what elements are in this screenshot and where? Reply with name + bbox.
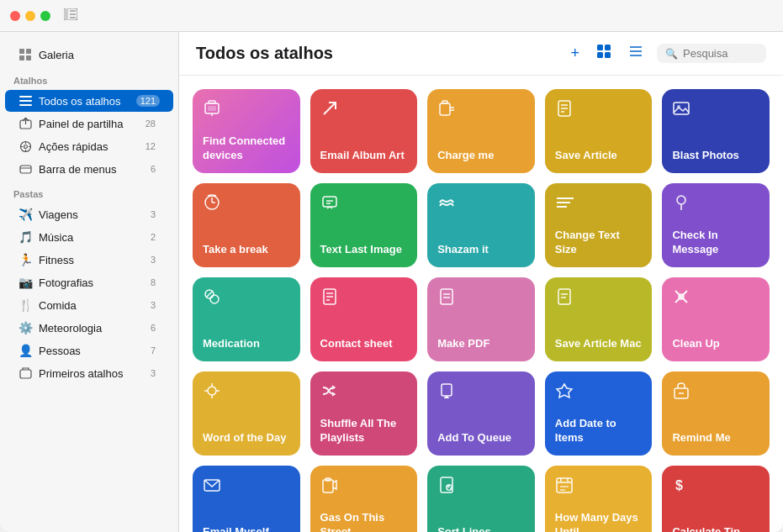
svg-rect-5 bbox=[19, 49, 24, 54]
email-art-label: Email Album Art bbox=[320, 149, 408, 163]
svg-rect-61 bbox=[441, 289, 452, 304]
maximize-button[interactable] bbox=[40, 11, 50, 21]
grid-view-button[interactable] bbox=[593, 40, 615, 66]
comida-label: Comida bbox=[39, 299, 140, 312]
quick-icon bbox=[19, 140, 32, 153]
fitness-icon: 🏃 bbox=[19, 253, 32, 266]
shortcut-save-mac[interactable]: Save Article Mac bbox=[545, 277, 653, 361]
shortcut-calc-tip[interactable]: $ Calculate Tip bbox=[662, 466, 770, 532]
shortcut-medication[interactable]: Medication bbox=[193, 277, 300, 361]
shortcut-email-myself[interactable]: Email Myself bbox=[193, 466, 300, 532]
sidebar-item-menu[interactable]: Barra de menus 6 bbox=[5, 158, 173, 180]
gas-icon bbox=[320, 476, 408, 499]
sidebar-item-fitness[interactable]: 🏃 Fitness 3 bbox=[5, 249, 173, 271]
svg-rect-22 bbox=[20, 370, 31, 378]
svg-rect-64 bbox=[558, 289, 570, 304]
shortcut-email-art[interactable]: Email Album Art bbox=[310, 89, 418, 173]
medication-label: Medication bbox=[203, 337, 290, 351]
shortcut-word[interactable]: Word of the Day bbox=[193, 371, 300, 456]
shortcut-add-queue[interactable]: Add To Queue bbox=[427, 371, 535, 456]
checkin-label: Check In Message bbox=[672, 229, 759, 257]
svg-rect-25 bbox=[597, 52, 603, 58]
musica-icon: 🎵 bbox=[19, 230, 32, 244]
add-button[interactable]: + bbox=[567, 41, 583, 66]
sidebar-item-comida[interactable]: 🍴 Comida 3 bbox=[5, 294, 173, 316]
sidebar-item-pessoas[interactable]: 👤 Pessoas 7 bbox=[5, 340, 173, 361]
minimize-button[interactable] bbox=[25, 11, 35, 21]
sidebar-item-galeria[interactable]: Galeria bbox=[5, 43, 173, 66]
text-last-label: Text Last Image bbox=[320, 243, 408, 257]
fitness-badge: 3 bbox=[146, 254, 160, 266]
shortcut-gas[interactable]: Gas On This Street bbox=[310, 466, 418, 532]
howmany-label: How Many Days Until bbox=[555, 511, 643, 532]
shortcut-blast[interactable]: Blast Photos bbox=[662, 89, 770, 173]
blast-label: Blast Photos bbox=[672, 149, 759, 163]
sidebar-item-viagens[interactable]: ✈️ Viagens 3 bbox=[5, 203, 173, 225]
sidebar-item-primeiros[interactable]: Primeiros atalhos 3 bbox=[5, 362, 173, 384]
find-icon bbox=[203, 99, 290, 123]
save-mac-label: Save Article Mac bbox=[555, 337, 643, 351]
sort-label: Sort Lines bbox=[437, 525, 525, 532]
take-break-label: Take a break bbox=[203, 243, 290, 257]
add-queue-icon bbox=[437, 382, 525, 405]
pessoas-label: Pessoas bbox=[39, 345, 140, 357]
calc-tip-label: Calculate Tip bbox=[672, 525, 759, 532]
shortcut-contact[interactable]: Contact sheet bbox=[310, 277, 418, 361]
list-view-button[interactable] bbox=[625, 40, 647, 66]
shortcut-text-last[interactable]: Text Last Image bbox=[310, 183, 418, 267]
remind-icon bbox=[672, 382, 759, 405]
meteorologia-icon: ⚙️ bbox=[19, 321, 32, 334]
shortcut-make-pdf[interactable]: Make PDF bbox=[427, 277, 535, 361]
shortcut-sort[interactable]: Sort Lines bbox=[427, 466, 535, 532]
shortcut-change-text[interactable]: Change Text Size bbox=[545, 183, 653, 267]
shortcut-howmany[interactable]: How Many Days Until bbox=[545, 466, 653, 532]
menu-badge: 6 bbox=[146, 163, 160, 175]
all-label: Todos os atalhos bbox=[39, 95, 130, 108]
search-input[interactable] bbox=[683, 47, 750, 60]
sidebar-item-fotografias[interactable]: 📷 Fotografias 8 bbox=[5, 271, 173, 293]
svg-rect-31 bbox=[209, 101, 215, 103]
email-art-icon bbox=[320, 99, 408, 123]
sidebar-toggle-button[interactable] bbox=[64, 8, 77, 24]
shortcut-save-article[interactable]: Save Article bbox=[545, 89, 653, 173]
save-article-label: Save Article bbox=[555, 149, 643, 163]
shortcut-find-connected[interactable]: Find Connected devices bbox=[193, 89, 300, 173]
text-last-icon bbox=[320, 193, 408, 217]
all-badge: 121 bbox=[136, 95, 160, 107]
shortcut-shuffle[interactable]: Shuffle All The Playlists bbox=[310, 371, 418, 456]
sidebar-item-all[interactable]: Todos os atalhos 121 bbox=[5, 90, 173, 112]
main-header: Todos os atalhos + 🔍 bbox=[179, 32, 783, 76]
shortcut-remind[interactable]: Remind Me bbox=[662, 371, 770, 456]
shortcut-charge[interactable]: Charge me bbox=[427, 89, 535, 173]
svg-rect-36 bbox=[442, 101, 447, 103]
shuffle-label: Shuffle All The Playlists bbox=[320, 417, 408, 445]
fitness-label: Fitness bbox=[39, 254, 140, 266]
fotografias-icon: 📷 bbox=[19, 276, 32, 289]
email-myself-icon bbox=[203, 476, 290, 499]
word-icon bbox=[203, 382, 290, 405]
change-text-label: Change Text Size bbox=[555, 229, 643, 257]
save-mac-icon bbox=[555, 287, 643, 311]
sidebar-item-quick[interactable]: Ações rápidas 12 bbox=[5, 135, 173, 157]
quick-badge: 12 bbox=[141, 140, 160, 152]
viagens-badge: 3 bbox=[146, 208, 160, 220]
shortcut-add-date[interactable]: Add Date to Items bbox=[545, 371, 653, 456]
shortcut-checkin[interactable]: Check In Message bbox=[662, 183, 770, 267]
sidebar-item-meteorologia[interactable]: ⚙️ Meteorologia 6 bbox=[5, 317, 173, 339]
svg-rect-26 bbox=[605, 52, 611, 58]
charge-label: Charge me bbox=[437, 149, 525, 163]
sidebar-item-musica[interactable]: 🎵 Música 2 bbox=[5, 226, 173, 248]
shortcut-shazam[interactable]: Shazam it bbox=[427, 183, 535, 267]
shortcut-clean[interactable]: Clean Up bbox=[662, 277, 770, 361]
svg-point-52 bbox=[677, 196, 685, 204]
change-text-icon bbox=[555, 193, 643, 217]
close-button[interactable] bbox=[10, 11, 20, 21]
comida-icon: 🍴 bbox=[19, 298, 32, 312]
email-myself-label: Email Myself bbox=[203, 525, 290, 532]
add-date-icon bbox=[555, 382, 643, 405]
fotografias-badge: 8 bbox=[146, 277, 160, 288]
titlebar bbox=[0, 0, 783, 32]
howmany-icon bbox=[555, 476, 643, 499]
shortcut-take-break[interactable]: Take a break bbox=[193, 183, 300, 267]
sidebar-item-share[interactable]: Painel de partilha 28 bbox=[5, 113, 173, 134]
